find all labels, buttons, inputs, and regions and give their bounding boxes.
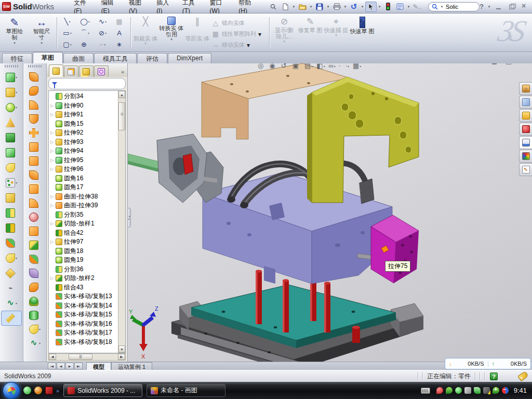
sketch-pen-icon[interactable]: ✎..: [411, 2, 423, 12]
scroll-thumb[interactable]: [118, 102, 125, 130]
security-shield-icon[interactable]: [446, 387, 453, 394]
part-clamp-cylinder[interactable]: [128, 134, 223, 203]
quick-launch-more[interactable]: »: [56, 388, 59, 394]
linear-pattern-icon[interactable]: ▾: [1, 175, 22, 190]
select-cursor-icon[interactable]: [365, 2, 377, 12]
expand-arrow[interactable]: ▷: [50, 149, 54, 153]
wrap-icon[interactable]: ▾: [1, 190, 22, 205]
circle-icon[interactable]: ◯ ▾: [76, 16, 94, 27]
feature-tree-item[interactable]: ▷ 组合42: [49, 229, 118, 238]
feature-tree-item[interactable]: ▷ 组合43: [49, 283, 118, 292]
ribbon-tab[interactable]: 曲面: [63, 53, 94, 63]
tool-caret[interactable]: ▾: [70, 43, 72, 46]
command-caret[interactable]: ▾: [283, 39, 285, 44]
hole-wizard-icon[interactable]: ▾: [1, 160, 22, 175]
feature-tree-item[interactable]: ▷ 拉伸90: [49, 101, 118, 111]
rectangle-icon[interactable]: ▭ ▾: [59, 28, 76, 38]
document-tab[interactable]: 运动算例 1: [111, 362, 152, 370]
command-button[interactable]: ↔ 智能尺 寸 ▾: [28, 15, 55, 50]
toolbar-caret[interactable]: ▾: [16, 301, 17, 305]
scroll-up-button[interactable]: ▲: [118, 91, 125, 98]
toolbar-caret[interactable]: ▾: [16, 256, 17, 260]
feature-tree-item[interactable]: ▷ 圆角18: [49, 247, 118, 256]
tree-filter-box[interactable]: [48, 78, 126, 89]
freeform-icon[interactable]: ▾: [24, 322, 45, 336]
filled-surface-icon[interactable]: ▾: [24, 126, 45, 140]
doc-minimize-button[interactable]: [490, 63, 500, 65]
solidworks-quicklaunch-icon[interactable]: [45, 387, 53, 394]
command-caret[interactable]: ▾: [14, 41, 16, 45]
untrim-surface-icon[interactable]: ▾: [24, 238, 45, 252]
planar-surface-icon[interactable]: ▾: [24, 140, 45, 154]
text-icon[interactable]: A ▾: [112, 28, 129, 38]
split-icon[interactable]: ▾: [1, 205, 22, 220]
extruded-boss-icon[interactable]: ▾: [1, 70, 22, 85]
part-slider-block[interactable]: [371, 215, 419, 283]
expand-arrow[interactable]: ▷: [50, 167, 54, 171]
expand-arrow[interactable]: ▷: [50, 240, 54, 244]
search-box[interactable]: ▾: [428, 2, 480, 11]
knit-surface-icon[interactable]: ▾: [24, 182, 45, 196]
tab-nav-button[interactable]: ▶|: [74, 363, 83, 369]
extend-surface-icon[interactable]: ▾: [24, 196, 45, 210]
hud-caret[interactable]: ▾: [324, 64, 325, 68]
feature-tree-item[interactable]: ▷ 实体-移动/复制17: [49, 328, 118, 338]
fillet-icon[interactable]: ▾: [1, 100, 22, 115]
update-icon[interactable]: [455, 387, 462, 394]
feature-tree-item[interactable]: ▷ 拉伸95: [49, 156, 118, 165]
mid-surface-icon[interactable]: ▾: [24, 280, 45, 294]
taskbar-window-button[interactable]: SolidWorks 2009 - ...: [63, 384, 142, 397]
expand-arrow[interactable]: ▷: [50, 203, 54, 208]
delete-face-icon[interactable]: ▾: [24, 210, 45, 224]
toolbar-caret[interactable]: ▾: [16, 75, 17, 79]
apply-scene-icon[interactable]: ▾: [345, 63, 350, 69]
messenger-icon[interactable]: [23, 387, 31, 394]
chamfer-icon[interactable]: ▾: [1, 115, 22, 130]
display-style-icon[interactable]: ◧ ▾: [315, 63, 326, 71]
tab-nav-button[interactable]: ▶: [65, 363, 74, 369]
command-caret[interactable]: ▾: [144, 42, 147, 46]
offset-surface-icon[interactable]: ▾: [24, 154, 45, 168]
tree-vertical-scrollbar[interactable]: ▲ ▼: [118, 91, 125, 353]
command-button[interactable]: ∥ 等距实 体 ▾: [184, 15, 210, 50]
toolbar-caret[interactable]: ▾: [16, 181, 17, 184]
solidworks-resources-icon[interactable]: ⌂: [519, 82, 532, 95]
scroll-thumb[interactable]: Ⅲ: [69, 354, 92, 360]
trim-surface-icon[interactable]: ▾: [24, 252, 45, 266]
panel-more-button[interactable]: »: [121, 69, 126, 77]
command-button[interactable]: ✎ 草图绘 制 ▾: [1, 15, 28, 50]
open-caret[interactable]: ▾: [309, 5, 313, 9]
command-button[interactable]: ╳ 剪裁实 体 ▾: [132, 15, 158, 50]
feature-tree-item[interactable]: ▷ 拉伸91: [49, 110, 118, 119]
propertymanager-tab-icon[interactable]: [64, 65, 78, 77]
taskbar-window-button[interactable]: 未命名 - 画图: [147, 384, 225, 397]
command-caret[interactable]: ▾: [41, 41, 43, 45]
boundary-boss-icon[interactable]: ▾: [1, 265, 22, 281]
hide-show-items-icon[interactable]: ∞ ▾: [328, 63, 337, 71]
curve-icon[interactable]: ▾: [24, 336, 45, 350]
taskbar-clock[interactable]: 9:41: [514, 387, 527, 394]
command-button[interactable]: ✎ 修复草 图 ▾: [297, 15, 323, 50]
command-caret[interactable]: ▾: [258, 31, 261, 38]
shell-icon[interactable]: ▾: [1, 130, 22, 145]
helix-spiral-icon[interactable]: ▾: [1, 296, 22, 311]
command-button[interactable]: ⊘ 显示/删 除几... ▾: [271, 15, 297, 50]
design-library-icon[interactable]: [519, 96, 532, 109]
expand-arrow[interactable]: ▷: [50, 158, 54, 163]
tool-caret[interactable]: ▾: [69, 20, 70, 23]
tool-caret[interactable]: ▾: [88, 31, 89, 35]
hud-caret[interactable]: ▾: [334, 64, 336, 68]
feature-tree-item[interactable]: ▷ 实体-移动/复制15: [49, 310, 118, 320]
command-button[interactable]: 转换实 体引用 ▾: [158, 15, 184, 50]
status-help-icon[interactable]: ?: [490, 373, 498, 380]
feature-tree-item[interactable]: ▷ 拉伸93: [49, 138, 118, 147]
expand-arrow[interactable]: ▷: [50, 194, 54, 199]
expand-arrow[interactable]: ▷: [50, 221, 54, 226]
close-button[interactable]: [520, 3, 529, 10]
file-explorer-icon[interactable]: [519, 109, 532, 122]
print-caret[interactable]: ▾: [343, 5, 348, 9]
ribbon-tab[interactable]: 评估: [137, 53, 167, 63]
toolbar-grip[interactable]: [5, 65, 18, 68]
thicken-icon[interactable]: ▾: [24, 266, 45, 280]
custom-properties-icon[interactable]: ✎: [519, 163, 532, 176]
